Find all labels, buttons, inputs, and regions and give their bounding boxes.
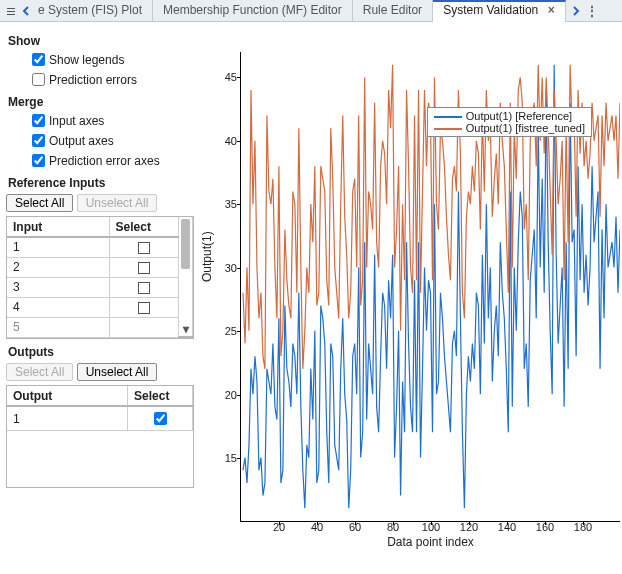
- tab-overflow-icon[interactable]: ⋮: [586, 4, 597, 18]
- legend-entry-ref: Output(1) [Reference]: [466, 110, 572, 122]
- chevron-down-icon[interactable]: ▾: [179, 322, 192, 336]
- chk-output-1[interactable]: [154, 412, 167, 425]
- controls-panel: Show Show legends Prediction errors Merg…: [0, 22, 200, 574]
- tab-prev-icon[interactable]: [22, 6, 30, 16]
- table-row: 2: [7, 257, 193, 277]
- inputs-select-all-button[interactable]: Select All: [6, 194, 73, 212]
- reference-inputs-table: InputSelect▾ 1 2 3 4 5: [6, 216, 194, 339]
- tab-nav-right: ⋮: [566, 4, 603, 18]
- merge-heading: Merge: [8, 95, 194, 109]
- tab-nav: [0, 6, 36, 16]
- col-output: Output: [7, 386, 128, 406]
- table-row: 4: [7, 297, 193, 317]
- tab-system-validation[interactable]: System Validation ×: [433, 0, 566, 22]
- show-heading: Show: [8, 34, 194, 48]
- col-input: Input: [7, 217, 109, 237]
- tab-label: System Validation: [443, 3, 538, 17]
- chk-input-3[interactable]: [138, 282, 150, 294]
- svg-rect-2: [7, 14, 15, 15]
- svg-rect-0: [7, 8, 15, 9]
- outputs-select-all-button: Select All: [6, 363, 73, 381]
- outputs-heading: Outputs: [8, 345, 194, 359]
- chart-ytick: 45: [225, 71, 237, 83]
- chk-output-axes[interactable]: [32, 134, 45, 147]
- chart-panel: Output(1) Output(1) [Reference] Output(1…: [200, 22, 622, 574]
- chk-input-4[interactable]: [138, 302, 150, 314]
- outputs-unselect-all-button[interactable]: Unselect All: [77, 363, 158, 381]
- chk-pred-err-axes[interactable]: [32, 154, 45, 167]
- chart-legend: Output(1) [Reference] Output(1) [fistree…: [427, 107, 592, 137]
- scrollbar[interactable]: ▾: [179, 217, 193, 337]
- table-row: 5: [7, 317, 193, 337]
- col-select: Select: [109, 217, 178, 237]
- table-row: 3: [7, 277, 193, 297]
- chart-ytick: 20: [225, 389, 237, 401]
- chart-ytick: 30: [225, 262, 237, 274]
- chart-ytick: 35: [225, 198, 237, 210]
- tab-mf-editor[interactable]: Membership Function (MF) Editor: [153, 0, 353, 22]
- chart-ytick: 25: [225, 325, 237, 337]
- tab-rule-editor[interactable]: Rule Editor: [353, 0, 433, 22]
- chart-ytick: 15: [225, 452, 237, 464]
- col-select: Select: [128, 386, 193, 406]
- chk-input-1[interactable]: [138, 242, 150, 254]
- outputs-table: OutputSelect 1: [6, 385, 194, 488]
- chart-ytick: 40: [225, 135, 237, 147]
- tab-menu-icon[interactable]: [6, 6, 16, 16]
- ref-inputs-heading: Reference Inputs: [8, 176, 194, 190]
- close-icon[interactable]: ×: [548, 3, 555, 17]
- lbl-pred-errors: Prediction errors: [49, 73, 137, 87]
- chk-input-axes[interactable]: [32, 114, 45, 127]
- chart-xlabel: Data point index: [387, 535, 474, 549]
- legend-entry-tuned: Output(1) [fistree_tuned]: [466, 122, 585, 134]
- table-row: [7, 431, 193, 487]
- tab-bar: e System (FIS) Plot Membership Function …: [0, 0, 622, 22]
- tab-fis-plot[interactable]: e System (FIS) Plot: [36, 0, 153, 22]
- lbl-input-axes: Input axes: [49, 114, 104, 128]
- chart-ylabel: Output(1): [200, 231, 214, 282]
- lbl-pred-err-axes: Prediction error axes: [49, 154, 160, 168]
- table-row: 1: [7, 237, 193, 257]
- chk-input-2[interactable]: [138, 262, 150, 274]
- table-row: 1: [7, 406, 193, 431]
- lbl-show-legends: Show legends: [49, 53, 124, 67]
- inputs-unselect-all-button: Unselect All: [77, 194, 158, 212]
- chk-show-legends[interactable]: [32, 53, 45, 66]
- svg-rect-1: [7, 11, 15, 12]
- tab-next-icon[interactable]: [572, 6, 580, 16]
- lbl-output-axes: Output axes: [49, 134, 114, 148]
- chk-pred-errors[interactable]: [32, 73, 45, 86]
